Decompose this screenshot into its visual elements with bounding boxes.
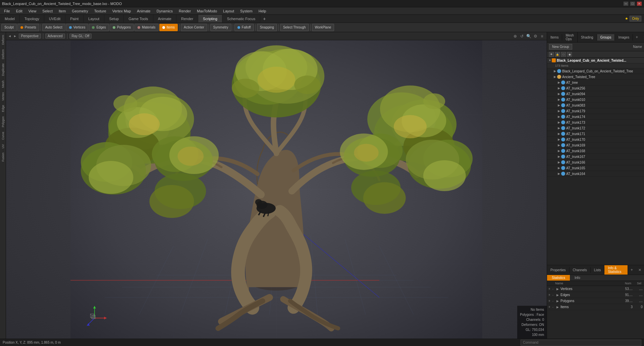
vertices-expand[interactable]: + bbox=[548, 287, 552, 291]
tree-item-root[interactable]: ▼ Black_Leopard_Cub_on_Ancient_Twisted..… bbox=[547, 58, 644, 63]
menu-texture[interactable]: Texture bbox=[92, 8, 109, 14]
left-tab-fusion[interactable]: Fusion bbox=[1, 151, 5, 164]
tree-item-trunk256[interactable]: ▶ AT_trunk256 bbox=[547, 85, 644, 91]
tree-item-trunk010[interactable]: ▶ AT_trunk010 bbox=[547, 97, 644, 103]
tree-item-trunk171[interactable]: ▶ AT_trunk171 bbox=[547, 131, 644, 137]
left-tab-curve[interactable]: Curve bbox=[1, 130, 5, 142]
tree-item-trunk173[interactable]: ▶ AT_trunk173 bbox=[547, 120, 644, 125]
viewport-fit-icon[interactable]: ⊕ bbox=[513, 34, 518, 39]
tree-item-trunk179[interactable]: ▶ AT_trunk179 bbox=[547, 108, 644, 114]
tree-item-trunk168[interactable]: ▶ AT_trunk168 bbox=[547, 148, 644, 154]
stats-tab-info[interactable]: Info bbox=[570, 275, 585, 281]
maximize-button[interactable]: □ bbox=[630, 1, 635, 6]
tree-item-at-tree[interactable]: ▶ AT_tree bbox=[547, 80, 644, 85]
tab-setup[interactable]: Setup bbox=[104, 15, 124, 22]
menu-file[interactable]: File bbox=[1, 8, 13, 14]
tab-scripting[interactable]: Scripting bbox=[198, 15, 222, 22]
tree-item-trunk174[interactable]: ▶ AT_trunk174 bbox=[547, 114, 644, 120]
snapping-button[interactable]: Snapping bbox=[257, 24, 277, 31]
tab-layout[interactable]: Layout bbox=[84, 15, 104, 22]
edges-expand[interactable]: + bbox=[548, 293, 552, 297]
right-tab-mesh-ops[interactable]: Mesh Ops bbox=[562, 32, 577, 42]
symmetry-button[interactable]: Symmetry bbox=[210, 24, 231, 31]
stats-row-polygons[interactable]: + - ▶ Polygons 39.... .... bbox=[547, 298, 644, 304]
menu-item[interactable]: Item bbox=[56, 8, 68, 14]
ray-gl-button[interactable]: Ray GL: Off bbox=[69, 34, 92, 39]
menu-view[interactable]: View bbox=[26, 8, 39, 14]
new-group-button[interactable]: New Group bbox=[549, 44, 572, 50]
polygons-expand[interactable]: + bbox=[548, 299, 552, 303]
polygons-button[interactable]: Polygons bbox=[110, 24, 134, 31]
rbt-lists[interactable]: Lists bbox=[591, 267, 605, 273]
command-input[interactable] bbox=[521, 340, 641, 346]
tree-item-trunk083[interactable]: ▶ AT_trunk083 bbox=[547, 103, 644, 108]
tree-item-trunk170[interactable]: ▶ AT_trunk170 bbox=[547, 137, 644, 142]
edges-button[interactable]: Edges bbox=[89, 24, 109, 31]
viewport-canvas[interactable]: No Items Polygons : Face Channels: 0 Def… bbox=[6, 40, 547, 339]
viewport-gear-icon[interactable]: ⚙ bbox=[533, 34, 538, 39]
items-expand[interactable]: + bbox=[548, 305, 552, 309]
tab-model[interactable]: Model bbox=[0, 15, 20, 22]
right-tab-images[interactable]: Images bbox=[615, 34, 633, 41]
falloff-button[interactable]: Falloff bbox=[234, 24, 254, 31]
tree-item-trunk172[interactable]: ▶ AT_trunk172 bbox=[547, 125, 644, 131]
left-tab-polygon[interactable]: Polygon bbox=[1, 114, 5, 129]
action-center-button[interactable]: Action Center bbox=[181, 24, 207, 31]
minimize-button[interactable]: ─ bbox=[623, 1, 629, 6]
tab-animate[interactable]: Animate bbox=[153, 15, 176, 22]
tab-game-tools[interactable]: Game Tools bbox=[124, 15, 153, 22]
left-tab-deform2[interactable]: Deform bbox=[1, 47, 5, 61]
tree-item-trunk165[interactable]: ▶ AT_trunk165 bbox=[547, 165, 644, 171]
tree-item-trunk169[interactable]: ▶ AT_trunk169 bbox=[547, 142, 644, 148]
presets-button[interactable]: Presets bbox=[17, 24, 39, 31]
tree-item-trunk166[interactable]: ▶ AT_trunk166 bbox=[547, 160, 644, 165]
viewport-nav-right[interactable]: ► bbox=[13, 34, 17, 38]
menu-layout[interactable]: Layout bbox=[220, 8, 237, 14]
tab-add-button[interactable]: + bbox=[260, 15, 268, 22]
right-tab-add[interactable]: + bbox=[633, 34, 641, 41]
perspective-button[interactable]: Perspective bbox=[19, 34, 41, 39]
tree-item-trunk094[interactable]: ▶ AT_trunk094 bbox=[547, 91, 644, 97]
viewport-nav-left[interactable]: ◄ bbox=[8, 34, 11, 38]
menu-vertex-map[interactable]: Vertex Map bbox=[110, 8, 134, 14]
only-button[interactable]: Only bbox=[630, 16, 641, 21]
tree-item-ancient[interactable]: ▶ Ancient_Twisted_Tree bbox=[547, 74, 644, 80]
menu-help[interactable]: Help bbox=[256, 8, 269, 14]
rbt-properties[interactable]: Properties bbox=[547, 267, 570, 273]
rbt-add[interactable]: + bbox=[628, 267, 636, 273]
sculpt-button[interactable]: Sculpt bbox=[1, 24, 17, 31]
tab-uvedit[interactable]: UVEdit bbox=[44, 15, 65, 22]
items-button[interactable]: Items bbox=[159, 24, 178, 31]
render-icon[interactable]: ◉ bbox=[567, 52, 572, 57]
left-tab-duplicate[interactable]: Duplicate bbox=[1, 61, 5, 78]
left-tab-mesh[interactable]: Mesh bbox=[1, 78, 5, 90]
rbt-close[interactable]: ✕ bbox=[636, 267, 644, 273]
right-tab-shading[interactable]: Shading bbox=[578, 34, 597, 41]
menu-geometry[interactable]: Geometry bbox=[69, 8, 91, 14]
eye-icon[interactable]: 👁 bbox=[549, 52, 554, 57]
auto-select-button[interactable]: Auto Select bbox=[42, 24, 65, 31]
menu-select[interactable]: Select bbox=[40, 8, 55, 14]
stats-row-vertices[interactable]: + - ▶ Vertices 53.... .... bbox=[547, 286, 644, 292]
lock-icon[interactable]: 🔒 bbox=[555, 52, 560, 57]
left-tab-uv[interactable]: UV bbox=[1, 142, 5, 151]
left-tab-deform[interactable]: Deform bbox=[1, 33, 5, 47]
menu-dynamics[interactable]: Dynamics bbox=[154, 8, 175, 14]
tree-item-trunk167[interactable]: ▶ AT_trunk167 bbox=[547, 154, 644, 160]
menu-render[interactable]: Render bbox=[176, 8, 194, 14]
viewport-zoom-in-icon[interactable]: 🔍 bbox=[526, 34, 531, 39]
left-tab-vertex[interactable]: Vertex bbox=[1, 90, 5, 103]
tab-schematic[interactable]: Schematic Focus bbox=[222, 15, 260, 22]
right-tab-groups[interactable]: Groups bbox=[597, 34, 615, 41]
vertices-button[interactable]: Vertices bbox=[66, 24, 89, 31]
workplane-button[interactable]: WorkPlane bbox=[312, 24, 334, 31]
viewport-refresh-icon[interactable]: ↺ bbox=[519, 34, 525, 39]
advanced-button[interactable]: Advanced bbox=[45, 34, 65, 39]
tab-render[interactable]: Render bbox=[176, 15, 198, 22]
materials-button[interactable]: Materials bbox=[135, 24, 159, 31]
tree-item-trunk164[interactable]: ▶ AT_trunk164 bbox=[547, 171, 644, 177]
square-icon[interactable]: □ bbox=[561, 52, 566, 57]
menu-maxtomode[interactable]: MaxToModo bbox=[194, 8, 220, 14]
close-button[interactable]: ✕ bbox=[637, 1, 642, 6]
menu-system[interactable]: System bbox=[237, 8, 255, 14]
